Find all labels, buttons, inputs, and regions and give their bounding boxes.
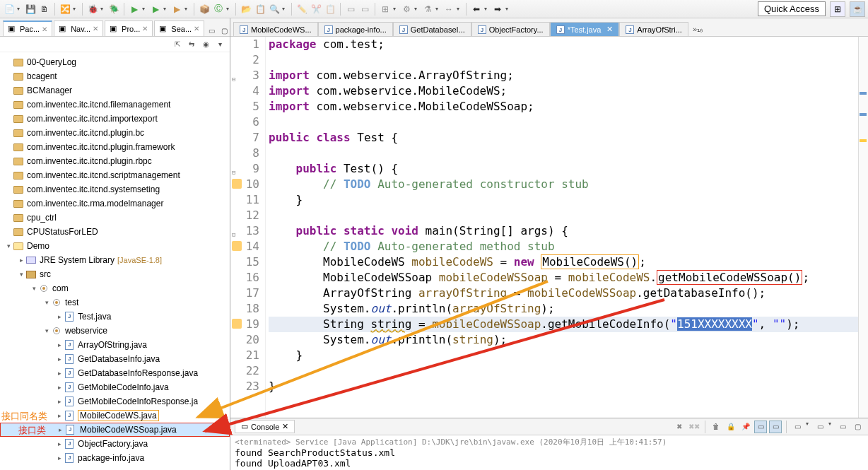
view-tab[interactable]: ▣Nav...✕ xyxy=(54,20,103,36)
code-line[interactable]: System.out.println(string); xyxy=(269,332,868,348)
java-perspective-icon[interactable]: ☕ xyxy=(850,1,865,17)
tree-item[interactable]: ▸JRE System Library[JavaSE-1.8] xyxy=(0,253,230,267)
code-line[interactable]: System.out.println(arrayOfString); xyxy=(269,301,868,317)
code-line[interactable]: MobileCodeWS mobileCodeWS = new MobileCo… xyxy=(269,254,868,270)
open-type-icon[interactable]: 📂 xyxy=(240,3,252,16)
code-line[interactable] xyxy=(269,363,868,379)
tree-item[interactable]: ▸GetMobileCodeInfo.java xyxy=(0,380,230,394)
tree-item[interactable]: ▸ArrayOfString.java xyxy=(0,338,230,352)
tree-item[interactable]: cpu_ctrl xyxy=(0,211,230,225)
link-editor-icon[interactable]: ⇆ xyxy=(186,39,197,50)
minimize-icon[interactable]: ▭ xyxy=(206,25,217,36)
tree-item[interactable]: com.inventec.itc.rma.modelmanager xyxy=(0,196,230,211)
show-console-stdout-icon[interactable]: ▭ xyxy=(754,421,767,433)
twist-icon[interactable]: ▾ xyxy=(17,271,25,278)
close-icon[interactable]: ✕ xyxy=(142,25,148,33)
editor-tab[interactable]: package-info... xyxy=(318,22,393,36)
view-tab[interactable]: ▣Pro...✕ xyxy=(105,20,153,36)
tree-item[interactable]: com.inventec.itc.itcnd.plugin.rbpc xyxy=(0,154,230,168)
twist-icon[interactable]: ▸ xyxy=(55,341,64,348)
tree-item[interactable]: bcagent xyxy=(0,69,230,83)
tree-item[interactable]: com.inventec.itc.itcnd.filemanagement xyxy=(0,98,230,112)
tree-item[interactable]: com.inventec.itc.itcnd.scriptmanagement xyxy=(0,168,230,182)
twist-icon[interactable]: ▸ xyxy=(55,440,64,447)
new-pkg-icon[interactable]: 📦 xyxy=(198,3,211,16)
back-icon[interactable]: ⬅ xyxy=(470,3,483,16)
tree-item[interactable]: com.inventec.itc.itcnd.importexport xyxy=(0,112,230,126)
tree-item[interactable]: ▾src xyxy=(0,267,230,281)
overview-ruler[interactable] xyxy=(858,37,868,418)
chevron-down-icon[interactable]: ▾ xyxy=(17,6,23,12)
code-line[interactable]: } xyxy=(269,192,868,208)
tree-item[interactable]: ▾webservice xyxy=(0,324,230,338)
twist-icon[interactable]: ▸ xyxy=(56,426,64,433)
paste-icon[interactable]: 📋 xyxy=(324,3,336,16)
console-output[interactable]: <terminated> Service [Java Application] … xyxy=(230,435,868,470)
new-icon[interactable]: 📄 xyxy=(3,3,16,16)
nav-icon[interactable]: ↔ xyxy=(442,3,455,16)
switch-icon[interactable]: 🔀 xyxy=(59,3,71,16)
tree-item[interactable]: ▸GetDatabaseInfo.java xyxy=(0,352,230,366)
display-selected-icon[interactable]: ▭ xyxy=(791,421,804,433)
coverage-icon[interactable]: ▶ xyxy=(170,3,183,16)
cog-icon[interactable]: ⚙ xyxy=(400,3,413,16)
search-icon[interactable]: 🔍 xyxy=(268,3,281,16)
code-line[interactable]: ArrayOfString arrayOfString = mobileCode… xyxy=(269,286,868,301)
twist-icon[interactable]: ▸ xyxy=(17,257,25,264)
wand-icon[interactable]: ✏️ xyxy=(295,3,308,16)
remove-all-icon[interactable]: ✖✖ xyxy=(688,421,700,433)
code-line[interactable]: public Test() { xyxy=(269,161,868,177)
twist-icon[interactable]: ▸ xyxy=(55,398,64,405)
tree-item[interactable]: ▸GetDatabaseInfoResponse.java xyxy=(0,366,230,380)
code-line[interactable]: import com.webservice.MobileCodeWSSoap; xyxy=(269,99,868,114)
tree-item[interactable]: CPUStatusForLED xyxy=(0,225,230,239)
editor-tab[interactable]: ArrayOfStri... xyxy=(619,22,688,36)
close-icon[interactable]: ✕ xyxy=(282,422,288,431)
new-class-icon[interactable]: Ⓒ xyxy=(212,3,225,16)
close-icon[interactable]: ✕ xyxy=(194,25,199,33)
twist-icon[interactable]: ▾ xyxy=(42,299,51,306)
filter-icon[interactable]: ⚗ xyxy=(421,3,434,16)
code-line[interactable] xyxy=(269,208,868,223)
save-all-icon[interactable]: 🗎 xyxy=(38,3,51,16)
run-icon[interactable]: ▶ xyxy=(128,3,141,16)
code-line[interactable] xyxy=(269,114,868,130)
clear-console-icon[interactable]: 🗑 xyxy=(710,421,722,433)
show-console-stderr-icon[interactable]: ▭ xyxy=(769,421,782,433)
code-line[interactable]: public class Test { xyxy=(269,130,868,146)
open-console-icon[interactable]: ▭ xyxy=(814,421,826,433)
run-last-icon[interactable]: ▶ xyxy=(149,3,162,16)
tree-item[interactable]: ▾test xyxy=(0,295,230,310)
grid-icon[interactable]: ⊞ xyxy=(379,3,392,16)
twist-icon[interactable]: ▾ xyxy=(4,242,13,249)
code-line[interactable]: import com.webservice.ArrayOfString; xyxy=(269,68,868,83)
code-line[interactable]: package com.test; xyxy=(269,37,868,52)
twist-icon[interactable]: ▸ xyxy=(55,384,64,391)
twist-icon[interactable]: ▸ xyxy=(55,313,64,320)
code-line[interactable]: // TODO Auto-generated constructor stub xyxy=(269,177,868,192)
debug-icon[interactable]: 🐞 xyxy=(86,3,99,16)
scroll-lock-icon[interactable]: 🔒 xyxy=(725,421,737,433)
save-icon[interactable]: 💾 xyxy=(24,3,37,16)
remove-launch-icon[interactable]: ✖ xyxy=(673,421,686,433)
code-line[interactable]: MobileCodeWSSoap mobileCodeWSSoap = mobi… xyxy=(269,270,868,286)
toggle2-icon[interactable]: ▭ xyxy=(358,3,371,16)
twist-icon[interactable]: ▸ xyxy=(55,370,64,377)
twist-icon[interactable]: ▸ xyxy=(55,454,64,462)
tree-item[interactable]: com.inventec.itc.itcnd.plugin.framework xyxy=(0,140,230,154)
code-line[interactable]: public static void main(String[] args) { xyxy=(269,223,868,239)
console-tab[interactable]: ▭ Console ✕ xyxy=(235,420,295,433)
close-icon[interactable]: ✕ xyxy=(42,25,47,33)
editor-tab[interactable]: MobileCodeWS... xyxy=(233,22,318,36)
editor-tabs-overflow[interactable]: »₁₆ xyxy=(688,23,707,36)
code-line[interactable] xyxy=(269,52,868,68)
twist-icon[interactable]: ▸ xyxy=(55,412,64,419)
code-line[interactable]: import com.webservice.MobileCodeWS; xyxy=(269,83,868,99)
focus-icon[interactable]: ◉ xyxy=(200,39,211,50)
editor-tab[interactable]: GetDatabaseI... xyxy=(393,22,471,36)
tree-item[interactable]: 00-QueryLog xyxy=(0,55,230,69)
toggle1-icon[interactable]: ▭ xyxy=(344,3,357,16)
scissors-icon[interactable]: ✂️ xyxy=(310,3,322,16)
tree-item[interactable]: com.inventec.itc.itcnd.plugin.bc xyxy=(0,126,230,140)
minimize-console-icon[interactable]: ▭ xyxy=(836,421,849,433)
